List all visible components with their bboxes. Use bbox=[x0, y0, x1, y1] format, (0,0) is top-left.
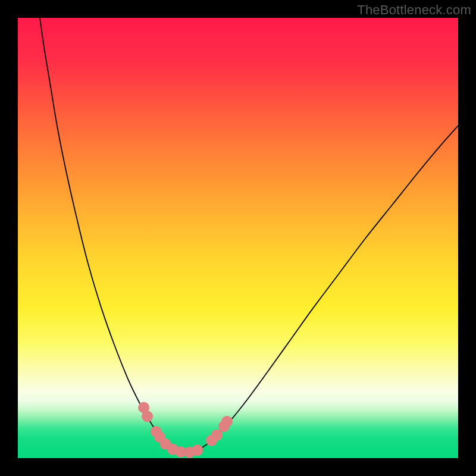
plot-area bbox=[18, 18, 458, 458]
gradient-background bbox=[18, 18, 458, 458]
watermark-text: TheBottleneck.com bbox=[357, 2, 471, 18]
marker-point bbox=[192, 444, 203, 456]
chart-svg bbox=[18, 18, 458, 458]
chart-frame: TheBottleneck.com bbox=[0, 0, 476, 476]
marker-point bbox=[211, 430, 223, 441]
marker-point bbox=[142, 411, 153, 422]
marker-point bbox=[221, 416, 233, 427]
